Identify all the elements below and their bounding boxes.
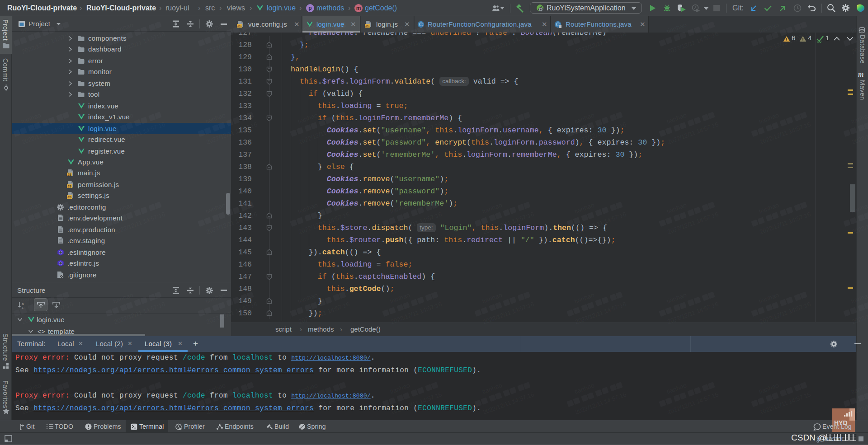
svg-text:JS: JS [67,195,71,199]
svg-text:z: z [22,305,24,309]
svg-text:JS: JS [67,184,71,188]
svg-text:C: C [419,22,423,27]
svg-text:JS: JS [365,24,369,28]
svg-text:JS: JS [67,173,71,177]
svg-text:JS: JS [237,24,241,28]
